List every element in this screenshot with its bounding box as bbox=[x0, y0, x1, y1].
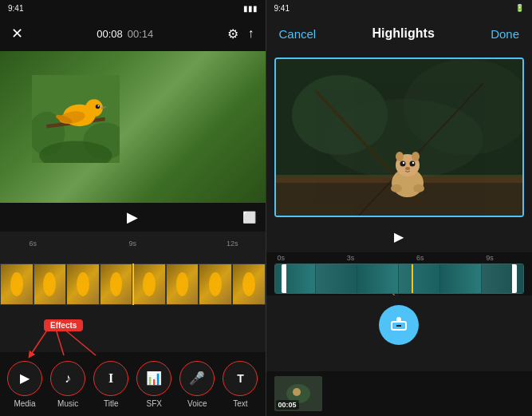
left-playhead bbox=[132, 263, 134, 305]
highlights-title: Highlights bbox=[372, 26, 435, 41]
total-time: 00:14 bbox=[128, 28, 154, 40]
right-timeline: 0s 3s 6s 9s 🔖 bbox=[266, 252, 533, 295]
effects-badge: Effects bbox=[44, 319, 83, 331]
toolbar-item-voice[interactable]: 🎤 Voice bbox=[175, 361, 219, 408]
bottom-toolbar: ▶ Media ♪ Music I Title 📊 SFX 🎤 V bbox=[0, 352, 266, 416]
film-frame-3 bbox=[66, 263, 100, 305]
ruler-r1 bbox=[312, 254, 347, 262]
current-time: 00:08 bbox=[97, 28, 123, 40]
left-timeline-ruler: 6s 9s 12s bbox=[0, 232, 266, 263]
svg-point-32 bbox=[391, 184, 402, 192]
bird-illustration bbox=[32, 75, 120, 163]
voice-label: Voice bbox=[187, 399, 207, 408]
right-film-track[interactable] bbox=[274, 263, 525, 294]
right-status-bar: 9:41 🔋 bbox=[266, 0, 533, 16]
svg-point-25 bbox=[396, 152, 404, 161]
svg-point-27 bbox=[400, 161, 405, 167]
done-button[interactable]: Done bbox=[491, 27, 519, 41]
svg-point-33 bbox=[413, 184, 424, 192]
left-bracket bbox=[282, 264, 286, 293]
svg-point-28 bbox=[409, 161, 415, 167]
left-status-bar: 9:41 ▮▮▮ bbox=[0, 0, 266, 16]
text-icon-symbol: T bbox=[237, 372, 244, 385]
toolbar-item-text[interactable]: T Text bbox=[219, 361, 262, 408]
ruler-0s: 0s bbox=[278, 254, 313, 262]
film-frame-2 bbox=[33, 263, 67, 305]
svg-line-13 bbox=[56, 329, 64, 355]
cancel-button[interactable]: Cancel bbox=[279, 27, 317, 41]
right-bracket bbox=[512, 264, 517, 293]
add-highlight-button[interactable] bbox=[379, 305, 419, 345]
right-frame-2 bbox=[316, 264, 357, 293]
svg-line-14 bbox=[64, 329, 96, 355]
thumbnail-item-1[interactable]: 00:05 bbox=[274, 376, 322, 411]
thumbnail-time: 00:05 bbox=[276, 400, 299, 410]
right-frame-5 bbox=[440, 264, 482, 293]
right-play-button[interactable]: ▶ bbox=[394, 229, 404, 244]
right-frame-3 bbox=[357, 264, 399, 293]
toolbar-item-sfx[interactable]: 📊 SFX bbox=[132, 361, 175, 408]
media-label: Media bbox=[14, 399, 35, 408]
left-play-button[interactable]: ▶ bbox=[127, 208, 138, 226]
right-panel: 9:41 🔋 Cancel Highlights Done bbox=[266, 0, 533, 416]
title-icon-symbol: I bbox=[108, 371, 113, 386]
title-icon[interactable]: I bbox=[93, 361, 128, 396]
right-status-battery-icon: 🔋 bbox=[515, 4, 524, 12]
media-icon[interactable]: ▶ bbox=[7, 361, 42, 396]
film-frame-4 bbox=[100, 263, 133, 305]
ruler-12s: 12s bbox=[207, 240, 258, 248]
effects-section: Effects bbox=[0, 305, 266, 352]
right-status-time: 9:41 bbox=[274, 4, 290, 13]
music-icon[interactable]: ♪ bbox=[50, 361, 85, 396]
film-frame-6 bbox=[166, 263, 199, 305]
filter-icon[interactable]: ⚙ bbox=[227, 26, 238, 42]
text-icon[interactable]: T bbox=[223, 361, 258, 396]
right-play-bar: ⬜ ▶ ⬜ bbox=[266, 224, 533, 249]
share-icon[interactable]: ↑ bbox=[248, 26, 254, 41]
right-header: Cancel Highlights Done bbox=[266, 16, 533, 51]
voice-icon-symbol: 🎤 bbox=[189, 370, 205, 386]
expand-icon[interactable]: ⬜ bbox=[242, 211, 256, 224]
ruler-r3 bbox=[451, 254, 487, 262]
close-button[interactable]: ✕ bbox=[11, 25, 23, 42]
film-frame-1 bbox=[0, 263, 33, 305]
ruler-6s: 6s bbox=[8, 240, 58, 248]
svg-point-29 bbox=[402, 162, 404, 164]
svg-point-6 bbox=[85, 99, 103, 117]
right-frame-6 bbox=[482, 264, 523, 293]
ruler-9s: 9s bbox=[108, 240, 158, 248]
music-icon-symbol: ♪ bbox=[65, 371, 71, 386]
left-panel: 9:41 ▮▮▮ ✕ 00:08 00:14 ⚙ ↑ bbox=[0, 0, 266, 416]
sfx-icon-symbol: 📊 bbox=[146, 370, 162, 386]
ruler-3s: 3s bbox=[347, 254, 382, 262]
media-icon-symbol: ▶ bbox=[20, 370, 30, 386]
music-label: Music bbox=[57, 399, 78, 408]
ruler-9s-r: 9s bbox=[486, 254, 521, 262]
film-frame-5 bbox=[132, 263, 166, 305]
thumbnail-strip: 00:05 bbox=[266, 371, 533, 416]
film-frame-8 bbox=[232, 263, 266, 305]
right-playhead bbox=[412, 264, 413, 293]
ruler-6s-r: 6s bbox=[416, 254, 451, 262]
prairie-dog-scene bbox=[276, 59, 525, 216]
sfx-label: SFX bbox=[147, 399, 162, 408]
voice-icon[interactable]: 🎤 bbox=[179, 361, 215, 396]
left-video-preview bbox=[0, 51, 266, 203]
svg-point-35 bbox=[396, 317, 401, 322]
header-icons: ⚙ ↑ bbox=[227, 26, 254, 42]
left-mid-controls: ⬜ ▶ ⬜ bbox=[0, 203, 266, 232]
svg-line-12 bbox=[30, 329, 48, 355]
sfx-icon[interactable]: 📊 bbox=[136, 361, 171, 396]
ruler-r2 bbox=[381, 254, 416, 262]
right-ruler: 0s 3s 6s 9s bbox=[266, 252, 533, 262]
toolbar-item-title[interactable]: I Title bbox=[89, 361, 132, 408]
toolbar-item-music[interactable]: ♪ Music bbox=[46, 361, 89, 408]
title-label: Title bbox=[104, 399, 119, 408]
svg-point-30 bbox=[412, 162, 413, 164]
svg-point-39 bbox=[293, 388, 301, 396]
toolbar-item-media[interactable]: ▶ Media bbox=[3, 361, 46, 408]
right-frame-4 bbox=[399, 264, 440, 293]
svg-point-7 bbox=[96, 105, 100, 109]
time-display: 00:08 00:14 bbox=[97, 28, 153, 40]
svg-point-8 bbox=[98, 105, 100, 107]
